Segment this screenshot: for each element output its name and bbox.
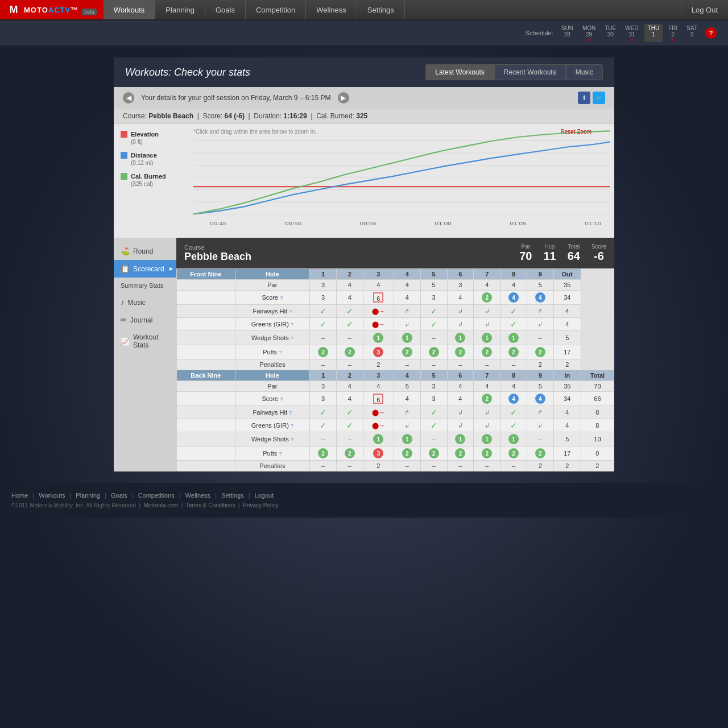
- footer-motorola[interactable]: Motorola.com: [144, 502, 179, 508]
- round-icon: ⛳: [121, 247, 130, 255]
- hole-label: Hole: [235, 269, 309, 280]
- score-stats: Par 70 Hcp 11 Total 64 Score: [519, 243, 606, 263]
- sched-day-29[interactable]: MON29: [579, 24, 599, 42]
- nav-planning[interactable]: Planning: [155, 0, 205, 19]
- sidebar: ⛳ Round 📋 Scorecard Summary Stats ♪ Musi…: [114, 238, 176, 471]
- front-nine-label: Front Nine: [177, 269, 235, 280]
- distance-label: Distance: [131, 152, 157, 159]
- sched-day-3[interactable]: SAT3: [683, 24, 701, 42]
- sidebar-item-workout-stats[interactable]: 📈 Workout Stats: [114, 329, 176, 354]
- facebook-share-button[interactable]: f: [578, 92, 590, 104]
- twitter-share-button[interactable]: 🐦: [593, 92, 605, 104]
- score-cell-f3: 6: [373, 292, 383, 303]
- back-putts-row: Putts ? 2 2 3 2 2 2 2 2 2 17 0: [177, 446, 614, 461]
- footer-planning[interactable]: Planning: [76, 492, 100, 499]
- svg-text:00:50: 00:50: [285, 221, 302, 226]
- sidebar-item-music[interactable]: ♪ Music: [114, 293, 176, 311]
- footer-links: Home | Workouts | Planning | Goals | Com…: [11, 492, 717, 499]
- legend-distance: Distance (0.12 mi): [121, 152, 169, 166]
- front-fw-row: Fairways Hit ? ✓ ✓ ⬤→ ↱ ✓ ↲ ↲ ✓ ↱ 4: [177, 305, 614, 318]
- back-score-row: Score ? 3 4 6 4 3 4 2 4 4 34 66: [177, 392, 614, 406]
- nav-wellness[interactable]: Wellness: [306, 0, 357, 19]
- footer-settings[interactable]: Settings: [221, 492, 244, 499]
- front-putts-row: Putts ? 2 2 3 2 2 2 2 2 2 17: [177, 345, 614, 359]
- svg-text:01:05: 01:05: [510, 221, 527, 226]
- nav-workouts[interactable]: Workouts: [104, 0, 156, 19]
- footer-goals[interactable]: Goals: [111, 492, 127, 499]
- sidebar-item-round[interactable]: ⛳ Round: [114, 242, 176, 260]
- journal-icon: ✏: [121, 316, 127, 324]
- score-cell-f7: 2: [482, 292, 492, 303]
- help-button[interactable]: ?: [705, 27, 717, 39]
- beta-badge: beta: [82, 9, 97, 15]
- back-wedge-row: Wedge Shots ? –– 1 1 – 1 1 1 – 5 10: [177, 432, 614, 446]
- footer-logout[interactable]: Logout: [255, 492, 274, 499]
- footer-home[interactable]: Home: [11, 492, 28, 499]
- score-cell-b9: 4: [535, 394, 545, 404]
- stat-par-value: 70: [519, 250, 532, 263]
- sidebar-item-scorecard[interactable]: 📋 Scorecard: [114, 260, 176, 278]
- workout-stats-icon: 📈: [121, 337, 130, 346]
- session-title: Your details for your golf session on Fr…: [141, 94, 331, 102]
- footer-competitions[interactable]: Competitions: [138, 492, 175, 499]
- session-calories: 325: [356, 112, 367, 120]
- back-par-row: Par 344 534 445 35 70: [177, 381, 614, 392]
- next-session-button[interactable]: ▶: [338, 92, 349, 104]
- sidebar-item-journal[interactable]: ✏ Journal: [114, 311, 176, 329]
- reset-zoom-button[interactable]: Reset Zoom: [561, 129, 592, 135]
- detail-card: ◀ Your details for your golf session on …: [114, 87, 614, 471]
- distance-color: [121, 152, 127, 159]
- workout-tabs: Latest Workouts Recent Workouts Music: [425, 64, 603, 80]
- chart-area[interactable]: *Click and drag within the area below to…: [176, 124, 614, 238]
- session-bar: ◀ Your details for your golf session on …: [114, 87, 614, 109]
- footer-terms[interactable]: Terms & Conditions: [186, 502, 235, 508]
- front-score-row: Score ? 3 4 6 4 3 4 2 4 4 34: [177, 291, 614, 305]
- sidebar-label-workout-stats: Workout Stats: [133, 333, 169, 349]
- tab-latest-workouts[interactable]: Latest Workouts: [425, 64, 494, 80]
- score-cell-b3: 6: [373, 394, 383, 404]
- main-content: Workouts: Check your stats Latest Workou…: [114, 57, 614, 471]
- footer: Home | Workouts | Planning | Goals | Com…: [0, 483, 728, 518]
- front-gir-row: Greens (GIR) ? ✓ ✓ ⬤→ ↲ ✓ ↲ ↲ ✓ ↲ 4: [177, 318, 614, 331]
- tab-recent-workouts[interactable]: Recent Workouts: [494, 64, 566, 80]
- calories-value: (325 cal): [121, 181, 169, 187]
- sidebar-label-round: Round: [133, 247, 153, 255]
- sched-day-28[interactable]: SUN28: [558, 24, 577, 42]
- chart-legend: Elevation (0 ft) Distance (0.12 mi) Cal.…: [114, 124, 176, 238]
- sched-day-30[interactable]: TUE30: [601, 24, 619, 42]
- nav-goals[interactable]: Goals: [205, 0, 246, 19]
- session-duration: 1:16:29: [283, 112, 307, 120]
- stat-hcp: Hcp 11: [543, 243, 556, 263]
- nav-settings[interactable]: Settings: [357, 0, 405, 19]
- page-title: Workouts: Check your stats: [125, 67, 250, 78]
- stat-hcp-value: 11: [543, 250, 556, 263]
- scorecard-area: Course Pebble Beach Par 70 Hcp 11: [176, 238, 614, 471]
- tab-music[interactable]: Music: [566, 64, 603, 80]
- nav-competition[interactable]: Competition: [246, 0, 306, 19]
- back-penalties-row: Penalties –– 2 ––– –– 2 2 2: [177, 461, 614, 471]
- copyright: ©2011 Motorola Mobility, Inc. All Rights…: [11, 502, 717, 508]
- app-name: MOTOACTV™: [24, 6, 78, 14]
- elevation-value: (0 ft): [121, 139, 169, 145]
- calories-label: Cal. Burned: [131, 173, 166, 180]
- svg-text:01:00: 01:00: [435, 221, 452, 226]
- footer-wellness[interactable]: Wellness: [185, 492, 210, 499]
- prev-session-button[interactable]: ◀: [123, 92, 134, 104]
- back-nine-label: Back Nine: [177, 370, 235, 381]
- music-icon: ♪: [121, 298, 125, 307]
- workout-header: Workouts: Check your stats Latest Workou…: [114, 57, 614, 87]
- sched-day-31[interactable]: WED31: [622, 24, 642, 42]
- score-cell-f9: 4: [535, 292, 545, 303]
- social-share: f 🐦: [578, 92, 605, 104]
- footer-privacy[interactable]: Privacy Policy: [243, 502, 278, 508]
- legend-elevation: Elevation (0 ft): [121, 131, 169, 145]
- legend-calories: Cal. Burned (325 cal): [121, 173, 169, 187]
- footer-workouts[interactable]: Workouts: [39, 492, 65, 499]
- nav-logout[interactable]: Log Out: [681, 0, 728, 19]
- session-nav: ◀ Your details for your golf session on …: [123, 92, 349, 104]
- course-name: Pebble Beach: [148, 112, 193, 120]
- sidebar-item-summary-stats[interactable]: Summary Stats: [114, 278, 176, 293]
- sched-day-1[interactable]: THU1: [644, 24, 663, 42]
- front-par-row: Par 344 453 445 35: [177, 280, 614, 291]
- sched-day-2[interactable]: FRI2: [665, 24, 681, 42]
